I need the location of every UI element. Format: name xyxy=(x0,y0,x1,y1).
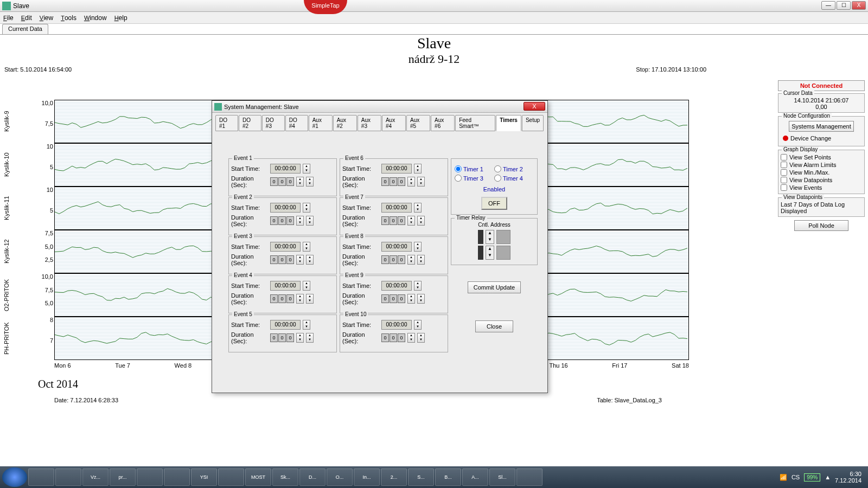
taskbar-item-17[interactable]: Sl... xyxy=(489,468,515,486)
start-time-spinner[interactable]: ▲▼ xyxy=(414,164,422,174)
duration-spinner-2[interactable]: ▲▼ xyxy=(417,177,425,187)
start-time-spinner[interactable]: ▲▼ xyxy=(303,164,310,174)
check-view-set-points[interactable]: View Set Points xyxy=(781,153,862,161)
dlg-tab-do-2[interactable]: DO #2 xyxy=(239,115,261,131)
start-time-field[interactable]: 00:00:00 xyxy=(270,281,301,291)
check-view-datapoints[interactable]: View Datapoints xyxy=(781,176,862,184)
start-time-spinner[interactable]: ▲▼ xyxy=(303,242,310,252)
start-time-field[interactable]: 00:00:00 xyxy=(270,242,301,252)
check-view-min-max-[interactable]: View Min./Max. xyxy=(781,169,862,176)
start-time-spinner[interactable]: ▲▼ xyxy=(414,242,422,252)
start-time-field[interactable]: 00:00:00 xyxy=(381,164,412,174)
timer-4-radio[interactable]: Timer 4 xyxy=(494,175,523,182)
duration-spinner-2[interactable]: ▲▼ xyxy=(306,216,314,226)
start-time-field[interactable]: 00:00:00 xyxy=(381,242,412,252)
start-time-spinner[interactable]: ▲▼ xyxy=(414,320,422,330)
start-time-field[interactable]: 00:00:00 xyxy=(270,320,301,330)
duration-spinner[interactable]: ▲▼ xyxy=(296,216,304,226)
duration-spinner[interactable]: ▲▼ xyxy=(296,294,304,304)
start-time-field[interactable]: 00:00:00 xyxy=(270,164,301,174)
taskbar-item-3[interactable]: pr... xyxy=(110,468,136,486)
taskbar-item-9[interactable]: Sk... xyxy=(272,468,298,486)
menu-help[interactable]: Help xyxy=(114,14,127,22)
start-time-spinner[interactable]: ▲▼ xyxy=(303,203,310,213)
taskbar-item-6[interactable]: YSI xyxy=(191,468,217,486)
start-time-spinner[interactable]: ▲▼ xyxy=(414,203,422,213)
duration-spinner[interactable]: ▲▼ xyxy=(296,255,304,265)
duration-spinner[interactable]: ▲▼ xyxy=(407,333,415,343)
taskbar-item-7[interactable] xyxy=(218,468,244,486)
tray-flag-icon[interactable]: ▲ xyxy=(825,474,831,480)
dialog-close-button[interactable]: X xyxy=(524,102,545,111)
duration-spinner[interactable]: ▲▼ xyxy=(407,294,415,304)
dlg-tab-timers[interactable]: Timers xyxy=(496,115,521,131)
taskbar-item-14[interactable]: S... xyxy=(408,468,434,486)
taskbar-item-13[interactable]: 2... xyxy=(381,468,407,486)
menu-edit[interactable]: Edit xyxy=(21,14,32,22)
taskbar-item-2[interactable]: Vz... xyxy=(82,468,108,486)
tray-battery[interactable]: 99% xyxy=(804,473,820,481)
duration-spinner[interactable]: ▲▼ xyxy=(296,177,304,187)
tab-current-data[interactable]: Current Data xyxy=(2,24,48,34)
timer-1-radio[interactable]: Timer 1 xyxy=(455,165,483,172)
dlg-tab-do-1[interactable]: DO #1 xyxy=(215,115,238,131)
duration-spinner[interactable]: ▲▼ xyxy=(296,333,304,343)
start-time-spinner[interactable]: ▲▼ xyxy=(414,281,422,291)
taskbar-item-0[interactable] xyxy=(28,468,54,486)
taskbar-item-10[interactable]: D... xyxy=(299,468,326,486)
duration-spinner-2[interactable]: ▲▼ xyxy=(306,255,314,265)
duration-spinner-2[interactable]: ▲▼ xyxy=(417,216,425,226)
taskbar-item-8[interactable]: MOST xyxy=(245,468,271,486)
enabled-toggle-button[interactable]: OFF xyxy=(481,197,507,210)
commit-update-button[interactable]: Commit Update xyxy=(468,281,521,293)
taskbar-item-4[interactable] xyxy=(137,468,163,486)
menu-window[interactable]: Window xyxy=(84,14,107,22)
dlg-tab-aux-1[interactable]: Aux #1 xyxy=(309,115,333,131)
poll-node-button[interactable]: Poll Node xyxy=(794,220,848,231)
systems-management-button[interactable]: Systems Management xyxy=(789,121,854,132)
duration-spinner-2[interactable]: ▲▼ xyxy=(417,255,425,265)
dlg-tab-aux-2[interactable]: Aux #2 xyxy=(333,115,357,131)
taskbar-item-12[interactable]: In... xyxy=(354,468,380,486)
check-view-alarm-limits[interactable]: View Alarm Limits xyxy=(781,161,862,169)
start-time-spinner[interactable]: ▲▼ xyxy=(303,320,310,330)
relay-spinner-2[interactable]: ▲▼ xyxy=(486,246,494,260)
taskbar-item-5[interactable] xyxy=(164,468,190,486)
timer-2-radio[interactable]: Timer 2 xyxy=(494,165,523,172)
duration-spinner-2[interactable]: ▲▼ xyxy=(417,294,425,304)
menu-view[interactable]: View xyxy=(40,14,53,22)
duration-spinner[interactable]: ▲▼ xyxy=(407,255,415,265)
start-time-spinner[interactable]: ▲▼ xyxy=(303,281,310,291)
dlg-tab-feed-smart-[interactable]: Feed Smart™ xyxy=(455,115,495,131)
dlg-tab-aux-5[interactable]: Aux #5 xyxy=(406,115,430,131)
check-view-events[interactable]: View Events xyxy=(781,184,862,191)
menu-tools[interactable]: Tools xyxy=(61,14,76,22)
taskbar-item-16[interactable]: A... xyxy=(462,468,488,486)
duration-spinner-2[interactable]: ▲▼ xyxy=(306,177,314,187)
tray-date[interactable]: 7.12.2014 xyxy=(835,477,861,484)
dlg-tab-aux-6[interactable]: Aux #6 xyxy=(431,115,455,131)
taskbar-item-11[interactable]: O... xyxy=(327,468,353,486)
menu-file[interactable]: File xyxy=(3,14,14,22)
minimize-button[interactable]: — xyxy=(821,1,835,10)
dlg-tab-do-3[interactable]: DO #3 xyxy=(262,115,285,131)
start-time-field[interactable]: 00:00:00 xyxy=(381,281,412,291)
start-time-field[interactable]: 00:00:00 xyxy=(270,203,301,213)
duration-spinner-2[interactable]: ▲▼ xyxy=(306,294,314,304)
start-time-field[interactable]: 00:00:00 xyxy=(381,320,412,330)
device-change-button[interactable]: Device Change xyxy=(781,133,862,144)
close-button[interactable]: X xyxy=(852,1,866,10)
start-button[interactable] xyxy=(2,467,27,487)
taskbar-item-15[interactable]: B... xyxy=(435,468,461,486)
dlg-tab-do-4[interactable]: DO #4 xyxy=(285,115,308,131)
duration-spinner[interactable]: ▲▼ xyxy=(407,216,415,226)
tray-wifi-icon[interactable]: 📶 xyxy=(780,474,787,481)
tray-language[interactable]: CS xyxy=(792,474,800,480)
maximize-button[interactable]: ☐ xyxy=(837,1,851,10)
timer-3-radio[interactable]: Timer 3 xyxy=(455,175,483,182)
duration-spinner-2[interactable]: ▲▼ xyxy=(306,333,314,343)
duration-spinner[interactable]: ▲▼ xyxy=(407,177,415,187)
tray-time[interactable]: 6:30 xyxy=(835,471,861,477)
dlg-tab-aux-4[interactable]: Aux #4 xyxy=(382,115,406,131)
dialog-close-btn[interactable]: Close xyxy=(475,320,513,332)
